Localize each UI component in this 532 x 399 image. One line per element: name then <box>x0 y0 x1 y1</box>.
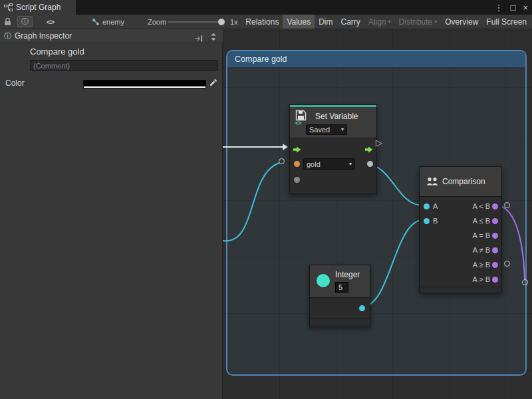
distribute-button[interactable]: Distribute▾ <box>395 15 442 29</box>
zoom-label: Zoom <box>148 15 166 29</box>
chevron-down-icon: ▾ <box>341 127 344 132</box>
comparison-row: A > B <box>420 273 501 287</box>
chevron-down-icon: ▾ <box>434 19 437 25</box>
value-input-port[interactable] <box>294 177 300 183</box>
code-view-icon[interactable]: <> <box>47 15 54 29</box>
code-glyph: <> <box>47 18 54 26</box>
comparison-icon <box>426 177 439 189</box>
unconnected-port-circle[interactable] <box>279 158 285 164</box>
output-port-a-lt-b[interactable] <box>492 203 498 209</box>
group-title: Compare gold <box>235 55 287 64</box>
script-graph-asset-icon <box>92 15 100 29</box>
maximize-icon[interactable]: □ <box>511 3 516 13</box>
zoom-slider-handle[interactable] <box>218 19 225 25</box>
zoom-value: 1x <box>230 15 238 29</box>
node-title: Set Variable <box>315 112 358 121</box>
output-port-a-gte-b[interactable] <box>492 262 498 268</box>
inspector-toggle-button[interactable]: ⓘ <box>17 16 33 27</box>
unconnected-port-circle[interactable] <box>504 261 510 267</box>
unconnected-port-circle[interactable] <box>504 202 510 208</box>
port-label: A > B <box>472 275 490 283</box>
graph-inspector-title: Graph Inspector <box>15 31 72 41</box>
tab-bar: Script Graph ⋮ □ × <box>0 0 532 15</box>
overview-label: Overview <box>445 17 478 27</box>
variable-name-value: gold <box>307 160 321 168</box>
comparison-row: A A < B <box>420 200 501 214</box>
zoom-slider-track[interactable] <box>168 21 224 23</box>
output-port-a-neq-b[interactable] <box>492 247 498 253</box>
graph-inspector-panel: ⓘ Graph Inspector Compare gold Color <box>0 29 223 399</box>
comment-input[interactable] <box>30 60 218 71</box>
port-label: A < B <box>472 202 490 210</box>
comparison-row: A ≥ B <box>420 258 501 273</box>
distribute-label: Distribute <box>399 17 433 27</box>
align-label: Align <box>368 17 386 27</box>
port-label: B <box>433 217 438 225</box>
pane-scroll-icon[interactable] <box>209 32 217 44</box>
relations-label: Relations <box>245 17 279 27</box>
color-swatch[interactable] <box>83 80 206 88</box>
variable-scope-dropdown[interactable]: Saved ▾ <box>306 124 347 135</box>
input-port-a[interactable] <box>424 203 430 209</box>
graph-inspector-header: ⓘ Graph Inspector <box>0 29 223 43</box>
name-input-port[interactable] <box>294 161 300 167</box>
graph-toolbar: ⓘ <> enemy Zoom 1x Relations Values Dim … <box>0 15 532 29</box>
window-menu-icon[interactable]: ⋮ <box>495 3 503 13</box>
carry-button[interactable]: Carry <box>337 15 364 29</box>
integer-footer <box>310 319 370 327</box>
code-badge-icon: <> <box>295 120 301 126</box>
comparison-header[interactable]: Comparison <box>420 167 501 196</box>
align-button[interactable]: Align▾ <box>364 15 395 29</box>
set-variable-header[interactable]: <> Set Variable Saved ▾ <box>290 107 376 138</box>
tab-title: Script Graph <box>16 3 61 12</box>
flow-continue-triangle-icon: ▷ <box>376 138 382 148</box>
node-title: Comparison <box>442 177 485 186</box>
values-button[interactable]: Values <box>283 15 315 29</box>
unity-editor-window: Script Graph ⋮ □ × ⓘ <> enem <box>0 0 532 399</box>
value-output-port[interactable] <box>367 161 373 167</box>
tab-script-graph[interactable]: Script Graph <box>0 0 76 15</box>
scope-value: Saved <box>309 126 330 134</box>
node-comparison[interactable]: Comparison A A < B B A ≤ B A = B <box>419 166 502 293</box>
flow-output-port[interactable] <box>365 144 373 156</box>
group-header[interactable]: Compare gold <box>227 51 525 67</box>
graph-canvas[interactable]: Compare gold <> <box>223 29 532 399</box>
integer-output-port[interactable] <box>359 305 365 311</box>
output-port-a-lte-b[interactable] <box>492 218 498 224</box>
port-label: A = B <box>472 231 490 239</box>
dock-right-icon[interactable] <box>195 33 203 45</box>
carry-label: Carry <box>341 17 360 27</box>
integer-header[interactable]: Integer 5 <box>310 265 370 297</box>
alpha-strip <box>84 86 205 88</box>
integer-type-icon <box>317 274 330 287</box>
unconnected-port-circle[interactable] <box>522 279 528 285</box>
chevron-down-icon: ▾ <box>388 19 391 25</box>
port-label: A ≥ B <box>473 261 490 269</box>
output-port-a-gt-b[interactable] <box>492 277 498 283</box>
variable-name-dropdown[interactable]: gold ▾ <box>303 158 355 170</box>
script-graph-icon <box>4 3 13 12</box>
node-set-variable[interactable]: <> Set Variable Saved ▾ gold ▾ <box>289 104 377 194</box>
inspected-graph-title: Compare gold <box>30 47 84 57</box>
color-field-label: Color <box>5 78 25 88</box>
input-port-b[interactable] <box>424 218 430 224</box>
close-icon[interactable]: × <box>523 3 528 13</box>
port-label: A ≠ B <box>473 246 490 254</box>
output-port-a-eq-b[interactable] <box>492 233 498 239</box>
lock-icon[interactable] <box>4 15 11 29</box>
flow-input-port[interactable] <box>293 144 301 156</box>
values-label: Values <box>287 17 311 27</box>
dim-button[interactable]: Dim <box>315 15 336 29</box>
relations-button[interactable]: Relations <box>241 15 283 29</box>
comparison-row: B A ≤ B <box>420 214 501 229</box>
integer-value-field[interactable]: 5 <box>335 282 348 293</box>
overview-button[interactable]: Overview <box>441 15 482 29</box>
full-screen-label: Full Screen <box>486 17 527 27</box>
eyedropper-icon[interactable] <box>209 78 217 90</box>
info-icon: ⓘ <box>4 31 11 41</box>
node-integer[interactable]: Integer 5 <box>309 265 370 327</box>
full-screen-button[interactable]: Full Screen <box>482 15 531 29</box>
asset-breadcrumb[interactable]: enemy <box>102 15 124 29</box>
set-variable-body: gold ▾ <box>290 138 376 194</box>
node-title: Integer <box>335 270 360 279</box>
